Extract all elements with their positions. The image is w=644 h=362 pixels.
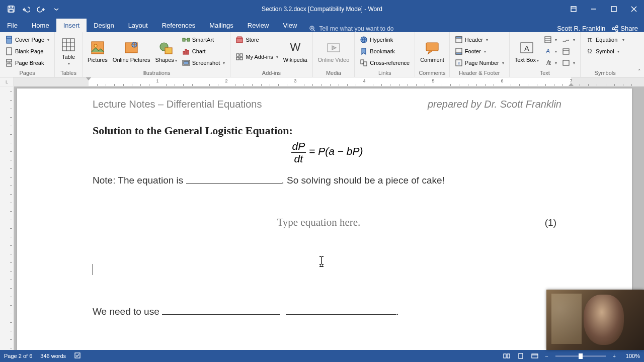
equation-button[interactable]: πEquation▾ (584, 34, 626, 45)
screenshot-button[interactable]: Screenshot▾ (180, 57, 227, 68)
text-box-button[interactable]: AText Box▾ (513, 34, 541, 69)
page-break-button[interactable]: Page Break (3, 57, 51, 68)
horizontal-ruler[interactable]: L 1234567 (0, 77, 644, 86)
quick-parts-button[interactable]: ▾ (542, 34, 559, 45)
footer-button[interactable]: Footer▾ (453, 46, 506, 57)
svg-rect-23 (187, 38, 190, 41)
maximize-button[interactable] (604, 0, 624, 18)
svg-point-7 (612, 28, 614, 30)
tab-design[interactable]: Design (87, 19, 121, 32)
svg-text:W: W (290, 41, 300, 53)
vertical-ruler[interactable] (0, 86, 14, 350)
svg-text:A: A (545, 48, 550, 55)
svg-text:A: A (524, 44, 529, 52)
tab-layout[interactable]: Layout (121, 19, 155, 32)
redo-button[interactable] (34, 2, 48, 16)
svg-rect-25 (185, 49, 187, 54)
zoom-slider[interactable] (555, 355, 606, 357)
svg-point-17 (94, 44, 97, 47)
read-mode-button[interactable] (501, 351, 513, 361)
print-layout-button[interactable] (515, 351, 527, 361)
undo-button[interactable] (19, 2, 33, 16)
svg-text:#: # (458, 61, 460, 66)
zoom-level[interactable]: 100% (620, 353, 640, 359)
tell-me-search[interactable]: Tell me what you want to do (304, 25, 398, 32)
page-number-button[interactable]: #Page Number▾ (453, 57, 506, 68)
save-button[interactable] (4, 2, 18, 16)
tab-home[interactable]: Home (25, 19, 56, 32)
svg-point-6 (311, 28, 312, 29)
header-button[interactable]: Header▾ (453, 34, 506, 45)
wordart-button[interactable]: A▾ (542, 46, 559, 57)
tab-review[interactable]: Review (240, 19, 276, 32)
tab-file[interactable]: File (0, 19, 25, 32)
user-name[interactable]: Scott R. Franklin (557, 25, 605, 32)
tab-insert[interactable]: Insert (56, 19, 87, 32)
ribbon-tabs: File Home Insert Design Layout Reference… (0, 18, 644, 32)
text-cursor (93, 264, 93, 275)
group-label-tables: Tables (58, 69, 79, 76)
zoom-thumb[interactable] (579, 353, 583, 359)
cover-page-button[interactable]: Cover Page▾ (3, 34, 51, 45)
equation-number: (1) (545, 217, 561, 228)
my-addins-button[interactable]: My Add-ins▾ (233, 46, 280, 68)
svg-rect-31 (240, 54, 243, 56)
table-button[interactable]: Table▾ (58, 34, 79, 69)
logistic-equation: dPdt = P(a − bP) (93, 140, 561, 165)
proofing-icon[interactable] (74, 352, 81, 360)
symbol-button[interactable]: ΩSymbol▾ (584, 46, 626, 57)
store-button[interactable]: Store (233, 34, 280, 45)
group-label-symbols: Symbols (584, 69, 626, 76)
drop-cap-button[interactable]: A▾ (542, 57, 559, 68)
svg-rect-16 (92, 42, 104, 54)
group-label-illustrations: Illustrations (86, 69, 227, 76)
comment-button[interactable]: Comment (418, 34, 446, 69)
minimize-button[interactable] (584, 0, 604, 18)
ribbon-group-links: Hyperlink Bookmark Cross-reference Links (355, 32, 415, 77)
svg-rect-55 (75, 353, 80, 358)
online-pictures-button[interactable]: Online Pictures (111, 34, 152, 69)
close-button[interactable] (624, 0, 644, 18)
svg-rect-37 (361, 60, 364, 64)
svg-rect-51 (563, 49, 569, 54)
tab-view[interactable]: View (276, 19, 304, 32)
ribbon-display-options-button[interactable] (564, 0, 584, 18)
quick-access-toolbar (0, 2, 63, 16)
tab-references[interactable]: References (155, 19, 202, 32)
svg-rect-28 (184, 61, 189, 64)
shapes-button[interactable]: Shapes▾ (153, 34, 179, 69)
page-indicator[interactable]: Page 2 of 6 (4, 353, 32, 359)
title-bar: Section 3.2.docx [Compatibility Mode] - … (0, 0, 644, 18)
pictures-button[interactable]: Pictures (86, 34, 110, 69)
wikipedia-button[interactable]: WWikipedia (281, 34, 309, 69)
web-layout-button[interactable] (529, 351, 541, 361)
date-time-button[interactable] (560, 46, 577, 57)
smartart-button[interactable]: SmartArt (180, 34, 227, 45)
ribbon-group-pages: Cover Page▾ Blank Page Page Break Pages (0, 32, 55, 77)
qat-more-button[interactable] (49, 2, 63, 16)
svg-rect-4 (611, 7, 616, 12)
collapse-ribbon-button[interactable]: ˄ (638, 68, 641, 75)
signature-line-button[interactable]: ▾ (560, 34, 577, 45)
page[interactable]: Lecture Notes – Differential Equations p… (17, 88, 632, 352)
equation-placeholder-row: Type equation here. (1) (93, 216, 561, 229)
indent-marker[interactable] (86, 77, 91, 80)
svg-rect-14 (7, 64, 12, 66)
word-count[interactable]: 346 words (40, 353, 66, 359)
ribbon-group-headerfooter: Header▾ Footer▾ #Page Number▾ Header & F… (450, 32, 510, 77)
chart-button[interactable]: Chart (180, 46, 227, 57)
svg-rect-33 (240, 57, 243, 60)
share-button[interactable]: Share (611, 25, 638, 32)
ribbon-group-comments: Comment Comments (415, 32, 450, 77)
object-button[interactable]: ▾ (560, 57, 577, 68)
bookmark-button[interactable]: Bookmark (358, 46, 412, 57)
blank-page-button[interactable]: Blank Page (3, 46, 51, 57)
equation-placeholder[interactable]: Type equation here. (93, 216, 545, 229)
blank-2 (162, 305, 280, 315)
svg-rect-1 (10, 6, 13, 8)
window-controls (564, 0, 644, 18)
need-paragraph: We need to use . (93, 305, 561, 317)
tab-mailings[interactable]: Mailings (202, 19, 240, 32)
hyperlink-button[interactable]: Hyperlink (358, 34, 412, 45)
cross-reference-button[interactable]: Cross-reference (358, 57, 412, 68)
